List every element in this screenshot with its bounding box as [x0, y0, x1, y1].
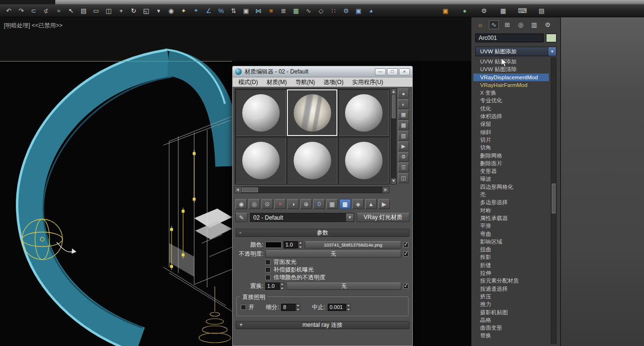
snap-toggle-icon[interactable]: ⌖ — [190, 5, 202, 16]
chevron-down-icon[interactable]: ▼ — [346, 213, 354, 222]
camera-comp-checkbox[interactable] — [265, 267, 271, 272]
material-slot[interactable] — [287, 137, 337, 184]
get-material-icon[interactable]: ◉ — [235, 199, 247, 209]
modifier-list-item[interactable]: 四边形网格化 — [473, 183, 549, 191]
spinner-up-icon[interactable] — [298, 241, 303, 245]
show-map-in-viewport-icon[interactable]: ▩ — [339, 199, 351, 209]
spinner-value[interactable]: 1.0 — [284, 241, 298, 248]
modifier-list-scrollbar[interactable] — [551, 58, 557, 344]
put-to-library-icon[interactable]: ⊕ — [300, 199, 312, 209]
modifier-list-item[interactable]: 属性承载器 — [473, 214, 549, 222]
scrollbar-track[interactable] — [258, 187, 383, 193]
scroll-left-icon[interactable] — [235, 187, 241, 193]
window-crossing-icon[interactable]: ◫ — [103, 5, 114, 16]
select-move-icon[interactable]: + — [115, 5, 127, 16]
modifier-list-item[interactable]: 晶格 — [473, 316, 549, 324]
slots-vertical-scrollbar[interactable] — [391, 88, 396, 185]
make-preview-icon[interactable]: ▶ — [398, 141, 409, 151]
mirror-icon[interactable]: ⋈ — [253, 5, 264, 16]
percent-snap-icon[interactable]: % — [215, 5, 227, 16]
modifier-list-item[interactable]: 投影 — [473, 253, 549, 261]
modifier-list-item[interactable]: 噪波 — [473, 175, 549, 183]
modifier-list-item[interactable]: 倾斜 — [473, 128, 549, 136]
spinner-value[interactable]: 1.0 — [265, 283, 280, 290]
select-manipulate-icon[interactable]: ✦ — [178, 5, 189, 16]
modifier-list-item[interactable]: 折缝 — [473, 261, 549, 269]
curve-editor-icon[interactable]: ∿ — [303, 5, 314, 16]
shortcut-keyboard-icon[interactable]: ⌨ — [517, 5, 528, 17]
menu-item[interactable]: 模式(D) — [234, 77, 262, 87]
opacity-map-button[interactable]: 无 — [265, 250, 401, 258]
go-forward-sibling-icon[interactable]: ▶ — [378, 199, 390, 209]
align-icon[interactable]: ≡ — [265, 5, 277, 16]
multiply-opacity-checkbox[interactable] — [265, 275, 271, 280]
chevron-down-icon[interactable]: ▼ — [548, 47, 556, 56]
object-color-swatch[interactable] — [546, 34, 557, 42]
layer-manager-icon[interactable]: ≣ — [278, 5, 289, 16]
select-rotate-icon[interactable]: ↻ — [128, 5, 139, 16]
put-to-scene-icon[interactable]: ◎ — [248, 199, 260, 209]
material-id-channel-icon[interactable]: 0 — [313, 199, 325, 209]
displacement-spinner[interactable]: 1.0 — [265, 283, 285, 290]
modifier-list-item[interactable]: 体积选择 — [473, 112, 549, 120]
undo-icon[interactable]: ↶ — [3, 5, 14, 16]
render-setup-icon[interactable]: ⚙ — [340, 5, 352, 16]
modifier-list-item[interactable]: 壳 — [473, 191, 549, 198]
modifier-list-item[interactable]: 变形器 — [473, 167, 549, 175]
display-tab-icon[interactable]: ▥ — [529, 20, 539, 29]
modifier-list-item[interactable]: VRayDisplacementMod — [473, 74, 549, 81]
color-swatch[interactable] — [265, 242, 282, 248]
maximize-button[interactable]: □ — [387, 68, 398, 75]
material-editor-titlebar[interactable]: 材质编辑器 - 02 - Default —□× — [233, 66, 412, 77]
graphite-ribbon-icon[interactable]: ▦ — [290, 5, 302, 16]
displacement-map-checkbox[interactable] — [403, 284, 409, 289]
spinner-down-icon[interactable] — [347, 308, 351, 311]
redo-icon[interactable]: ↷ — [15, 5, 27, 16]
notes-icon[interactable]: ▤ — [536, 5, 547, 17]
angle-snap-icon[interactable]: ∠ — [203, 5, 214, 16]
spinner-up-icon[interactable] — [296, 304, 300, 307]
viewport-label[interactable]: [明暗处理] <<已禁用>> — [4, 22, 62, 30]
material-type-button[interactable]: VRay 灯光材质 — [357, 213, 409, 222]
sample-uv-tiling-icon[interactable]: ▩ — [398, 120, 409, 130]
modifier-list-item[interactable]: 按通道选择 — [473, 285, 549, 293]
select-object-icon[interactable]: ↖ — [65, 5, 77, 16]
sample-background-icon[interactable]: ▦ — [398, 110, 409, 120]
params-rollout-header[interactable]: - 参数 — [235, 229, 409, 237]
displacement-map-button[interactable]: 无 — [286, 283, 401, 290]
slots-horizontal-scrollbar[interactable] — [235, 186, 389, 193]
material-slot[interactable] — [338, 89, 389, 136]
reset-map-icon[interactable]: × — [274, 199, 286, 209]
unlink-selection-icon[interactable]: ⊄ — [40, 5, 52, 16]
spinner-snap-icon[interactable]: ⇅ — [228, 5, 239, 16]
material-name-dropdown[interactable]: 02 - Default ▼ — [250, 213, 354, 222]
use-pivot-center-icon[interactable]: ◉ — [165, 5, 177, 16]
modifier-list-item[interactable]: 推力 — [473, 300, 549, 308]
hierarchy-tab-icon[interactable]: ⊞ — [502, 20, 512, 29]
spinner-up-icon[interactable] — [347, 304, 351, 307]
modifier-list-item[interactable]: 专业优化 — [473, 97, 549, 104]
reference-coordinate-icon[interactable]: ▾ — [153, 5, 164, 16]
modifier-list-item[interactable]: UVW 贴图清除 — [473, 65, 549, 73]
modifier-list-item[interactable]: 扭曲 — [473, 246, 549, 253]
modifier-dropdown[interactable]: UVW 贴图添加 ▼ — [475, 47, 557, 56]
select-by-name-icon[interactable]: ▤ — [78, 5, 89, 16]
modifier-list-item[interactable]: 摄影机贴图 — [473, 309, 549, 316]
material-map-navigator-icon[interactable]: ◫ — [398, 173, 409, 183]
modifier-list-item[interactable]: 按元素分配材质 — [473, 277, 549, 284]
select-by-material-icon[interactable]: ☰ — [398, 162, 409, 173]
spinner-value[interactable]: 8 — [281, 304, 296, 311]
subdivs-spinner[interactable]: 8 — [281, 304, 300, 311]
rendered-frame-icon[interactable]: ▣ — [353, 5, 364, 16]
material-slot[interactable] — [235, 89, 286, 136]
scrollbar-thumb[interactable] — [392, 95, 396, 118]
color-map-checkbox[interactable] — [403, 242, 409, 247]
layout-grid-icon[interactable]: ▦ — [497, 5, 509, 17]
color-texture-button[interactable]: 103741_5b9f13758d14e.png — [305, 241, 401, 248]
utilities-tab-icon[interactable]: ⚙ — [543, 20, 553, 29]
make-unique-icon[interactable]: ◑ — [287, 199, 299, 209]
show-background-icon[interactable]: ▦ — [326, 199, 338, 209]
menu-item[interactable]: 实用程序(U) — [348, 77, 388, 87]
collapse-icon[interactable]: - — [239, 229, 241, 236]
on-checkbox[interactable] — [241, 305, 246, 310]
